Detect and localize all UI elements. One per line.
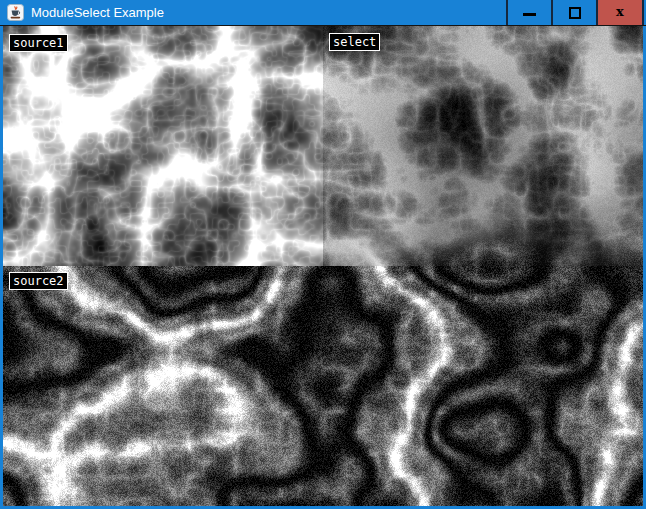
source2-label: source2 bbox=[9, 272, 68, 290]
window-title: ModuleSelect Example bbox=[31, 0, 164, 25]
window-controls: x bbox=[506, 0, 644, 25]
titlebar[interactable]: ModuleSelect Example x bbox=[0, 0, 646, 26]
java-coffee-cup-icon[interactable] bbox=[7, 4, 24, 21]
close-button[interactable]: x bbox=[596, 0, 644, 25]
render-area: source1 select source2 bbox=[3, 26, 643, 506]
minimize-button[interactable] bbox=[506, 0, 551, 25]
maximize-button[interactable] bbox=[551, 0, 596, 25]
app-window: ModuleSelect Example x source1 select so… bbox=[0, 0, 646, 509]
source1-noise-image bbox=[3, 26, 323, 266]
close-icon: x bbox=[616, 5, 624, 18]
minimize-icon bbox=[523, 13, 536, 16]
source1-label: source1 bbox=[9, 34, 68, 52]
maximize-icon bbox=[569, 7, 581, 19]
source2-noise-image bbox=[3, 266, 643, 506]
select-noise-image bbox=[323, 26, 643, 266]
select-label: select bbox=[329, 33, 380, 51]
